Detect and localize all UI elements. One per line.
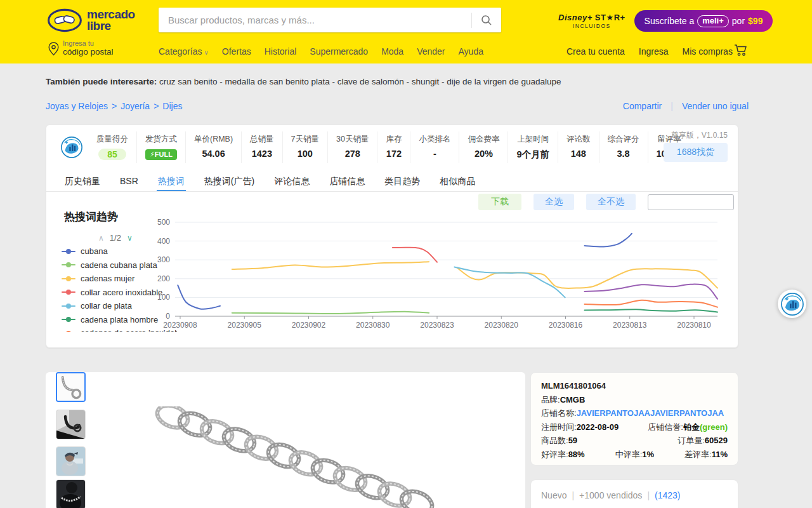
legend-label: cadenas mujer — [81, 274, 134, 283]
disney-star-promo: Disney+ ST★R+ INCLUIDOS — [558, 13, 625, 29]
tab-0[interactable]: 历史销量 — [63, 171, 102, 191]
tab-6[interactable]: 类目趋势 — [383, 171, 421, 191]
brand-label: 品牌: — [541, 395, 560, 404]
postal-code-control[interactable]: Ingresa tu código postal — [48, 39, 114, 57]
find-on-1688-button[interactable]: 1688找货 — [664, 143, 728, 162]
neutral-rate-label: 中评率: — [615, 450, 643, 459]
neutral-rate-value: 1% — [642, 450, 654, 459]
stat-item: 综合评分3.8 — [599, 131, 648, 163]
legend-marker-icon — [62, 251, 75, 252]
negative-rate-label: 差评率: — [684, 450, 712, 459]
stat-label: 质量得分 — [96, 134, 128, 145]
svg-text:200: 200 — [157, 274, 170, 283]
subscribe-meli-button[interactable]: Suscríbete a meli+ por $99 — [634, 10, 773, 32]
positive-rate-value: 88% — [568, 450, 585, 459]
logo-word-2: libre — [87, 20, 135, 32]
legend-page-down-icon[interactable]: ∨ — [127, 234, 133, 243]
nav-item-ofertas[interactable]: Ofertas — [222, 46, 251, 57]
legend-page-up-icon[interactable]: ∧ — [98, 234, 104, 243]
related-searches-items[interactable]: cruz san benito - medalla de san benito … — [159, 77, 561, 86]
stat-item: 佣金费率20% — [459, 131, 508, 163]
svg-text:20230816: 20230816 — [549, 321, 583, 330]
seller-analytics-panel: 质量得分85发货方式⚡FULL单价(RMB)54.06总销量14237天销量10… — [46, 124, 738, 348]
main-nav: Categorías∨OfertasHistorialSupermercadoM… — [159, 46, 483, 57]
whale-chart-icon — [780, 292, 804, 316]
breadcrumb: Joyas y Relojes>Joyería>Dijes — [46, 101, 182, 111]
stat-label: 佣金费率 — [468, 134, 499, 145]
sell-same-link[interactable]: Vender uno igual — [682, 101, 749, 111]
account-nav: Crea tu cuentaIngresaMis compras — [566, 46, 733, 57]
nav-item-historial[interactable]: Historial — [265, 46, 297, 57]
select-none-button[interactable]: 全不选 — [586, 194, 636, 210]
search-input[interactable] — [159, 15, 471, 25]
nav-item-supermercado[interactable]: Supermercado — [310, 46, 368, 57]
legend-pager: ∧ 1/2 ∨ — [98, 233, 133, 243]
breadcrumb-dijes[interactable]: Dijes — [162, 101, 182, 111]
tab-3[interactable]: 热搜词(广告) — [203, 171, 256, 191]
breadcrumb-joyeria[interactable]: Joyería — [121, 101, 150, 111]
breadcrumb-joyas-y-relojes[interactable]: Joyas y Relojes — [46, 101, 108, 111]
tab-1[interactable]: BSR — [119, 171, 140, 191]
stat-value: 54.06 — [194, 149, 233, 159]
stat-value: 9个月前 — [516, 149, 549, 161]
stat-item: 总销量1423 — [241, 131, 282, 163]
search-bar — [159, 8, 501, 32]
analytics-float-button[interactable] — [778, 290, 806, 318]
analytics-tabs: 历史销量BSR热搜词热搜词(广告)评论信息店铺信息类目趋势相似商品 — [46, 171, 738, 192]
stat-item: 小类排名- — [410, 131, 459, 163]
nav-item-mis-compras[interactable]: Mis compras — [683, 46, 733, 57]
shop-name-link[interactable]: JAVIERPANTOJAAJAVIERPANTOJAA — [577, 408, 724, 418]
meli-plus-badge: meli+ — [697, 15, 729, 27]
cart-button[interactable] — [734, 44, 748, 59]
mercadolibre-logo[interactable]: mercado libre — [47, 8, 135, 33]
thumbnail-model-chain[interactable] — [56, 479, 86, 508]
search-button[interactable] — [472, 8, 501, 32]
trend-line-chart[interactable]: 0100200300400500202309082023090520230902… — [147, 215, 737, 334]
nav-item-moda[interactable]: Moda — [381, 46, 403, 57]
plugin-version-label: 尊享版，V1.0.15 — [671, 130, 728, 141]
chart-title: 热搜词趋势 — [64, 210, 118, 224]
legend-label: collar de plata — [81, 301, 132, 311]
stat-label: 评论数 — [566, 134, 591, 145]
stat-item: 7天销量100 — [282, 131, 327, 163]
tab-5[interactable]: 店铺信息 — [328, 171, 366, 191]
tab-2[interactable]: 热搜词 — [157, 171, 186, 191]
svg-text:20230830: 20230830 — [356, 321, 390, 330]
share-link[interactable]: Compartir — [623, 101, 662, 111]
download-button[interactable]: 下载 — [478, 194, 521, 210]
register-date-value: 2022-08-09 — [577, 422, 619, 432]
legend-marker-icon — [62, 319, 75, 320]
nav-item-ayuda[interactable]: Ayuda — [459, 46, 483, 57]
select-all-button[interactable]: 全选 — [534, 194, 574, 210]
stat-label: 上架时间 — [516, 134, 549, 145]
tab-4[interactable]: 评论信息 — [273, 171, 311, 191]
thumbnail-chain-white[interactable] — [56, 372, 86, 402]
nav-item-ingresa[interactable]: Ingresa — [639, 46, 669, 57]
legend-label: cadena cubana plata — [81, 260, 157, 270]
nav-item-crea-tu-cuenta[interactable]: Crea tu cuenta — [566, 46, 625, 57]
cart-icon — [734, 44, 748, 57]
thumbnail-model-cap[interactable] — [56, 446, 86, 476]
subscribe-mid: por — [732, 16, 745, 26]
svg-text:20230820: 20230820 — [485, 321, 519, 330]
breadcrumb-row: Joyas y Relojes>Joyería>Dijes Compartir … — [46, 101, 749, 111]
nav-item-vender[interactable]: Vender — [417, 46, 445, 57]
location-line-1: Ingresa tu — [63, 39, 114, 47]
thumbnail-chain-dark[interactable] — [56, 410, 86, 439]
sold-count-link[interactable]: (1423) — [655, 490, 680, 500]
positive-rate-label: 好评率: — [541, 450, 568, 459]
location-line-2: código postal — [63, 47, 114, 57]
product-gallery-panel — [46, 372, 525, 508]
tab-7[interactable]: 相似商品 — [438, 171, 476, 191]
stat-label: 发货方式 — [145, 134, 177, 145]
reputation-extra: (green) — [700, 422, 728, 432]
stat-label: 单价(RMB) — [194, 134, 233, 145]
stat-item: 发货方式⚡FULL — [136, 131, 185, 163]
nav-item-categor-as[interactable]: Categorías∨ — [159, 46, 209, 57]
keyword-filter-input[interactable] — [648, 194, 734, 210]
reputation-label: 店铺信誉: — [648, 422, 683, 432]
condition-card: Nuevo|+1000 vendidos|(1423) — [530, 479, 738, 508]
stat-value: 3.8 — [608, 149, 639, 159]
stat-item: 单价(RMB)54.06 — [185, 131, 241, 163]
svg-text:400: 400 — [157, 237, 170, 246]
